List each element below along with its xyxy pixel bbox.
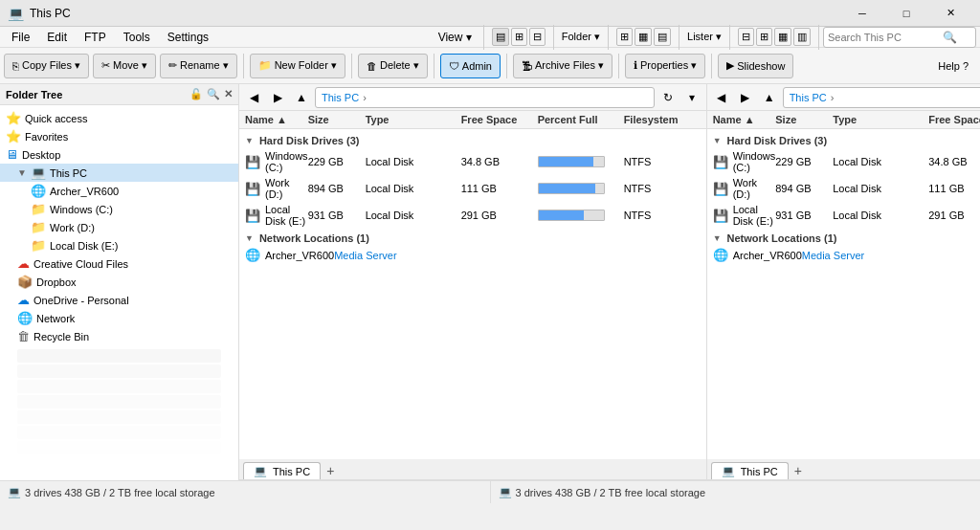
properties-button[interactable]: ℹ Properties ▾: [625, 54, 705, 78]
view-icon-1[interactable]: ▤: [492, 28, 509, 46]
sidebar-item-label-local-disk-e: Local Disk (E:): [50, 240, 119, 252]
slideshow-button[interactable]: ▶ Slideshow: [718, 54, 793, 78]
left-row-work-d[interactable]: 💾 Work (D:) 894 GB Local Disk 111 GB NTF…: [239, 175, 706, 202]
left-section-hdd[interactable]: ▼ Hard Disk Drives (3): [239, 131, 706, 148]
right-row-windows-c[interactable]: 💾 Windows (C:) 229 GB Local Disk 34.8 GB…: [707, 148, 980, 175]
folder-icon-3[interactable]: ▤: [654, 28, 671, 46]
dual-pane: ◀ ▶ ▲ This PC › ↻ ▾ Name ▲ Size Type Fre…: [239, 84, 980, 480]
left-addr-crumb-thispc[interactable]: This PC: [322, 92, 359, 103]
left-col-filesystem[interactable]: Filesystem: [624, 114, 701, 125]
sidebar-item-archer[interactable]: 🌐 Archer_VR600: [0, 182, 238, 200]
right-forward-button[interactable]: ▶: [735, 87, 756, 108]
sidebar-item-dropbox[interactable]: 📦 Dropbox: [0, 273, 238, 291]
menu-ftp[interactable]: FTP: [77, 29, 114, 46]
search-box[interactable]: 🔍: [823, 27, 976, 48]
sidebar-item-label-creative-cloud: Creative Cloud Files: [33, 258, 128, 270]
left-addr-bar[interactable]: This PC ›: [315, 87, 655, 108]
delete-button[interactable]: 🗑 Delete ▾: [358, 54, 428, 78]
lister-icon-1[interactable]: ⊟: [738, 28, 754, 46]
left-row-archer[interactable]: 🌐 Archer_VR600 Media Server: [239, 246, 706, 264]
left-col-name[interactable]: Name ▲: [245, 114, 308, 125]
left-up-button[interactable]: ▲: [291, 87, 312, 108]
folder-tree-header-icons: 🔓 🔍 ✕: [189, 88, 233, 100]
menu-tools[interactable]: Tools: [116, 29, 158, 46]
close-button[interactable]: ✕: [928, 0, 972, 27]
left-col-freespace[interactable]: Free Space: [461, 114, 538, 125]
right-row-archer[interactable]: 🌐 Archer_VR600 Media Server: [707, 246, 980, 264]
right-addr-bar[interactable]: This PC ›: [783, 87, 980, 108]
admin-button[interactable]: 🛡 Admin: [440, 54, 501, 78]
sidebar-item-creative-cloud[interactable]: ☁ Creative Cloud Files: [0, 254, 238, 273]
left-row-local-e[interactable]: 💾 Local Disk (E:) 931 GB Local Disk 291 …: [239, 202, 706, 229]
right-col-type[interactable]: Type: [833, 114, 928, 125]
new-folder-button[interactable]: 📁 New Folder ▾: [250, 54, 345, 78]
tree-search-icon[interactable]: 🔍: [207, 88, 220, 100]
menu-settings[interactable]: Settings: [160, 29, 216, 46]
right-addr-crumb-thispc[interactable]: This PC: [790, 92, 827, 103]
menu-file[interactable]: File: [4, 29, 37, 46]
sidebar-item-this-pc[interactable]: ▼ 💻 This PC: [0, 164, 238, 182]
recycle-bin-icon: 🗑: [17, 329, 30, 343]
sidebar-item-onedrive[interactable]: ☁ OneDrive - Personal: [0, 291, 238, 309]
folder-icon-2[interactable]: ▦: [635, 28, 652, 46]
sidebar-item-windows-c[interactable]: 📁 Windows (C:): [0, 200, 238, 218]
left-section-network[interactable]: ▼ Network Locations (1): [239, 229, 706, 246]
left-column-headers: Name ▲ Size Type Free Space Percent Full…: [239, 111, 706, 129]
right-col-size[interactable]: Size: [775, 114, 833, 125]
sidebar-item-recycle-bin[interactable]: 🗑 Recycle Bin: [0, 327, 238, 345]
tree-close-icon[interactable]: ✕: [224, 88, 233, 100]
sidebar-item-network[interactable]: 🌐 Network: [0, 309, 238, 327]
rename-button[interactable]: ✏ Rename ▾: [160, 54, 237, 78]
left-row-windows-c[interactable]: 💾 Windows (C:) 229 GB Local Disk 34.8 GB…: [239, 148, 706, 175]
left-tab-this-pc[interactable]: 💻 This PC: [243, 462, 321, 479]
folder-icon-1[interactable]: ⊞: [616, 28, 633, 46]
help-button[interactable]: Help ?: [930, 57, 976, 75]
lister-icon-4[interactable]: ▥: [793, 28, 811, 46]
menu-edit[interactable]: Edit: [39, 29, 75, 46]
minimize-button[interactable]: ─: [840, 0, 884, 27]
left-col-type[interactable]: Type: [366, 114, 461, 125]
sidebar-item-local-disk-e[interactable]: 📁 Local Disk (E:): [0, 236, 238, 254]
lister-icon-2[interactable]: ⊞: [756, 28, 772, 46]
view-icon-2[interactable]: ⊞: [511, 28, 527, 46]
rename-icon: ✏: [168, 59, 177, 72]
copy-files-button[interactable]: ⎘ Copy Files ▾: [4, 54, 89, 78]
left-tab-add[interactable]: +: [323, 462, 338, 479]
right-col-name[interactable]: Name ▲: [713, 114, 776, 125]
sidebar-item-favorites[interactable]: ⭐ Favorites: [0, 127, 238, 145]
left-dropdown-button[interactable]: ▾: [681, 87, 702, 108]
sidebar-item-quick-access[interactable]: ⭐ Quick access: [0, 109, 238, 127]
right-col-freespace[interactable]: Free Space: [928, 114, 980, 125]
left-network-title: Network Locations (1): [259, 232, 369, 244]
right-tab-add[interactable]: +: [791, 462, 806, 479]
maximize-button[interactable]: □: [884, 0, 928, 27]
left-back-button[interactable]: ◀: [243, 87, 264, 108]
left-fs-windows-c: NTFS: [624, 156, 701, 167]
right-tab-this-pc[interactable]: 💻 This PC: [711, 462, 789, 479]
right-row-work-d[interactable]: 💾 Work (D:) 894 GB Local Disk 111 GB NTF…: [707, 175, 980, 202]
desktop-icon: 🖥: [6, 147, 18, 162]
menu-view[interactable]: View ▾: [431, 29, 479, 46]
left-refresh-button[interactable]: ↻: [657, 87, 679, 108]
left-col-size[interactable]: Size: [308, 114, 366, 125]
right-file-pane: ◀ ▶ ▲ This PC › ↻ ▾ Name ▲ Size Type Fre…: [707, 84, 980, 480]
archive-files-button[interactable]: 🗜 Archive Files ▾: [513, 54, 612, 78]
right-back-button[interactable]: ◀: [711, 87, 732, 108]
left-status-pane: 💻 3 drives 438 GB / 2 TB free local stor…: [0, 481, 491, 503]
right-up-button[interactable]: ▲: [759, 87, 780, 108]
move-button[interactable]: ✂ Move ▾: [93, 54, 156, 78]
left-free-local-e: 291 GB: [461, 210, 538, 221]
left-col-percentfull[interactable]: Percent Full: [538, 114, 624, 125]
lister-icon-3[interactable]: ▦: [774, 28, 791, 46]
left-forward-button[interactable]: ▶: [267, 87, 288, 108]
window-controls: ─ □ ✕: [840, 0, 972, 27]
search-input[interactable]: [828, 32, 943, 43]
view-icon-3[interactable]: ⊟: [529, 28, 546, 46]
right-row-local-e[interactable]: 💾 Local Disk (E:) 931 GB Local Disk 291 …: [707, 202, 980, 229]
tree-lock-icon[interactable]: 🔓: [189, 88, 203, 100]
sidebar-item-work-d[interactable]: 📁 Work (D:): [0, 218, 238, 236]
left-size-windows-c: 229 GB: [308, 156, 366, 167]
sidebar-item-desktop[interactable]: 🖥 Desktop: [0, 145, 238, 164]
right-section-hdd[interactable]: ▼ Hard Disk Drives (3): [707, 131, 980, 148]
right-section-network[interactable]: ▼ Network Locations (1): [707, 229, 980, 246]
